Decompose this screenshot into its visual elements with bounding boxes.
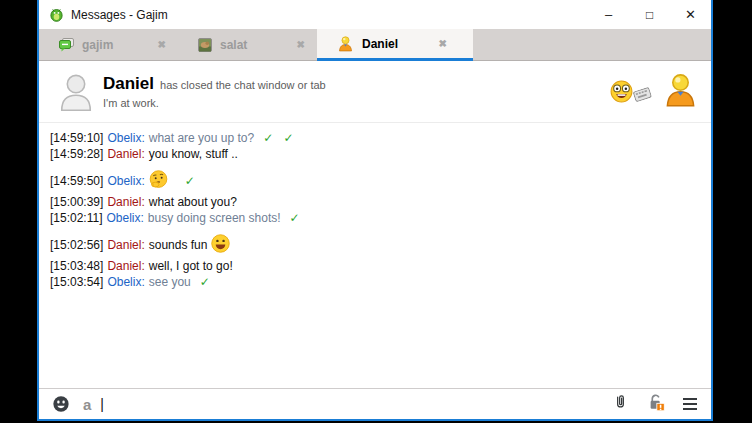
tab-label: Daniel [362,37,398,51]
message-sender: Daniel: [107,147,144,161]
excited-smiley-icon [609,79,634,104]
gajim-messages-window: Messages - Gajim – □ ✕ gajim ✖ [37,0,713,421]
contact-status-message: I'm at work. [103,97,326,109]
screen: Messages - Gajim – □ ✕ gajim ✖ [0,0,752,423]
window-title: Messages - Gajim [71,8,168,22]
message-sender: Obelix: [107,174,144,188]
default-avatar-icon [57,71,95,113]
message-timestamp: [15:02:11] [50,211,103,225]
title-bar[interactable]: Messages - Gajim – □ ✕ [39,0,711,29]
message-text: see you [149,275,191,289]
message-text: you know, stuff .. [149,147,238,161]
thinking-face-emoji [148,179,169,193]
message-sender: Obelix: [107,131,144,145]
message-timestamp: [14:59:28] [50,147,103,161]
message-text: what about you? [149,195,237,209]
encryption-off-icon[interactable] [646,393,666,416]
minimize-button[interactable]: – [588,0,629,29]
maximize-button[interactable]: □ [629,0,670,29]
format-text-button[interactable]: a [83,397,91,412]
message-row: [15:03:54]Obelix:see you✓ [50,274,711,290]
message-row: [15:02:56]Daniel:sounds fun [50,233,711,258]
chatstate-indicator [609,79,634,104]
attach-file-icon[interactable] [612,392,629,416]
message-timestamp: [15:02:56] [50,238,103,252]
chat-tab-bar: gajim ✖ salat ✖ [39,29,711,61]
read-receipt-checks: ✓ [290,211,300,225]
message-input[interactable]: | [100,389,612,419]
tab-label: gajim [82,38,113,52]
message-text: busy doing screen shots! [148,211,281,225]
chat-bubble-icon [59,38,74,52]
keyboard-icon [632,84,654,106]
message-row: [15:00:39]Daniel:what about you? [50,194,711,210]
message-row: [15:03:48]Daniel:well, I got to go! [50,258,711,274]
close-button[interactable]: ✕ [670,0,711,29]
message-timestamp: [15:00:39] [50,195,103,209]
menu-icon[interactable] [683,398,697,411]
message-timestamp: [15:03:54] [50,275,103,289]
tab-daniel[interactable]: Daniel ✖ [317,29,473,61]
photo-avatar-icon [198,38,212,52]
message-timestamp: [14:59:50] [50,174,103,188]
message-row: [14:59:10]Obelix:what are you up to?✓ ✓ [50,130,711,146]
read-receipt-checks: ✓ [185,174,195,188]
chat-header: Daniel has closed the chat window or tab… [39,61,711,123]
message-text: sounds fun [149,238,208,252]
tab-label: salat [220,38,247,52]
person-orange-icon [337,35,354,52]
tab-close-icon[interactable]: ✖ [439,38,447,49]
contact-avatar [662,71,699,112]
tab-gajim[interactable]: gajim ✖ [39,29,178,60]
tab-close-icon[interactable]: ✖ [297,39,305,50]
message-text: what are you up to? [149,131,254,145]
message-sender: Daniel: [107,238,144,252]
smiling-face-emoji [210,243,231,257]
contact-name: Daniel [103,74,154,94]
message-input-bar: a | [39,388,711,419]
message-row: [14:59:28]Daniel:you know, stuff .. [50,146,711,162]
message-row: [14:59:50]Obelix: ✓ [50,169,711,194]
emoji-picker-icon[interactable] [52,395,70,413]
message-row: [15:02:11]Obelix:busy doing screen shots… [50,210,711,226]
message-sender: Obelix: [107,211,144,225]
message-text: well, I got to go! [149,259,233,273]
gajim-logo-icon [49,7,64,22]
message-timestamp: [15:03:48] [50,259,103,273]
read-receipt-checks: ✓ [200,275,210,289]
message-sender: Daniel: [107,259,144,273]
message-sender: Daniel: [107,195,144,209]
tab-salat[interactable]: salat ✖ [178,29,317,60]
conversation-log: [14:59:10]Obelix:what are you up to?✓ ✓ … [39,123,711,388]
message-sender: Obelix: [107,275,144,289]
tab-close-icon[interactable]: ✖ [158,39,166,50]
message-timestamp: [14:59:10] [50,131,103,145]
text-caret: | [100,396,104,412]
read-receipt-checks: ✓ ✓ [263,131,293,145]
contact-event-text: has closed the chat window or tab [160,79,326,91]
